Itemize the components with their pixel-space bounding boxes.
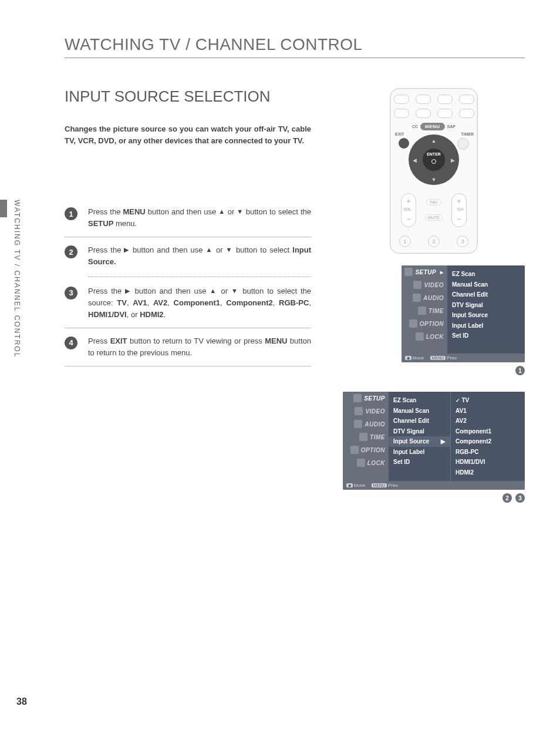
up-arrow-icon: ▲ xyxy=(210,287,217,294)
list-item: DTV Signal xyxy=(452,300,520,311)
t: or xyxy=(213,245,226,254)
t: MENU xyxy=(123,207,145,216)
num-3: 3 xyxy=(457,235,468,247)
t: or xyxy=(225,207,237,216)
t: Press the xyxy=(88,207,123,216)
num-1: 1 xyxy=(399,235,411,247)
left-arrow-icon: ◀ xyxy=(413,157,417,163)
t: RGB-PC xyxy=(279,298,309,307)
enter-label: ENTER xyxy=(427,152,441,156)
osd-nav-video: VIDEO xyxy=(402,278,447,291)
mute-button: MUTE xyxy=(425,214,443,221)
t: Component2 xyxy=(226,298,272,307)
t: button to return to TV viewing or press xyxy=(127,337,265,345)
down-arrow-icon: ▼ xyxy=(431,177,437,183)
osd-nav-time: TIME xyxy=(343,430,389,443)
reference-badge-1: 1 xyxy=(515,366,525,375)
list-item: Component1 xyxy=(456,426,520,437)
osd-nav-option: OPTION xyxy=(402,317,447,330)
list-item: Input Source xyxy=(452,310,520,321)
t: Press the xyxy=(88,245,124,254)
right-arrow-icon: ▶ xyxy=(441,436,446,447)
step-4-text: Press EXIT button to return to TV viewin… xyxy=(88,335,311,359)
step-number-badge: 1 xyxy=(65,207,77,220)
enter-icon xyxy=(431,159,436,164)
osd-nav-setup: SETUP xyxy=(343,392,389,405)
exit-label: EXIT xyxy=(395,132,404,136)
vol-label: VOL xyxy=(403,207,411,211)
osd-nav-option: OPTION xyxy=(343,443,389,456)
list-item: Input Label xyxy=(393,447,446,457)
osd-footer: ◆Move MENUPrev. xyxy=(402,354,525,362)
sap-label: SAP xyxy=(447,124,456,129)
osd-setup-menu: SETUP ▸ VIDEO AUDIO TIME OPTION LOCK EZ … xyxy=(402,265,525,362)
t: EXIT xyxy=(110,337,127,345)
list-item: Manual Scan xyxy=(452,280,520,290)
down-arrow-icon: ▼ xyxy=(237,208,243,215)
steps-list: 1 Press the MENU button and then use ▲ o… xyxy=(65,199,311,366)
section-tab: WATCHING TV / CHANNEL CONTROL xyxy=(0,200,26,399)
list-item: DTV Signal xyxy=(393,426,446,437)
right-arrow-icon: ▶ xyxy=(124,246,129,253)
tab-label: WATCHING TV / CHANNEL CONTROL xyxy=(13,200,21,358)
osd-setup-list: EZ Scan Manual Scan Channel Edit DTV Sig… xyxy=(389,392,450,481)
list-item: Channel Edit xyxy=(452,290,520,300)
osd-nav-time: TIME xyxy=(402,304,447,317)
down-arrow-icon: ▼ xyxy=(231,287,239,294)
right-arrow-icon: ▶ xyxy=(451,157,455,163)
list-item-selected: Input Source ▶ xyxy=(389,436,450,447)
t: button to select xyxy=(233,245,292,254)
t: or xyxy=(218,287,231,295)
osd-nav: SETUP ▸ VIDEO AUDIO TIME OPTION LOCK xyxy=(402,265,447,354)
step-1-text: Press the MENU button and then use ▲ or … xyxy=(88,206,311,230)
lead-paragraph: Changes the picture source so you can wa… xyxy=(65,123,311,146)
fav-button: FAV xyxy=(427,199,441,206)
t: menu. xyxy=(113,219,137,228)
step-number-badge: 2 xyxy=(65,245,77,258)
osd-nav-setup: SETUP ▸ xyxy=(402,265,447,278)
list-item: EZ Scan xyxy=(393,395,446,406)
illustrations: CC MENU SAP EXIT TIMER ▲ ▼ ◀ ▶ ENTER +− … xyxy=(343,88,525,503)
osd-input-source: SETUP VIDEO AUDIO TIME OPTION LOCK EZ Sc… xyxy=(343,392,525,490)
remote-illustration: CC MENU SAP EXIT TIMER ▲ ▼ ◀ ▶ ENTER +− … xyxy=(390,88,478,254)
dotted-divider xyxy=(88,277,311,277)
reference-badge-2: 2 xyxy=(502,493,512,503)
osd-nav: SETUP VIDEO AUDIO TIME OPTION LOCK xyxy=(343,392,389,481)
timer-button xyxy=(457,138,469,150)
osd-nav-lock: LOCK xyxy=(402,330,447,343)
list-item: Component2 xyxy=(456,436,520,447)
t: SETUP xyxy=(88,219,113,228)
osd-footer: ◆Move MENUPrev. xyxy=(343,481,525,490)
step-2-text: Press the ▶ button and then use ▲ or ▼ b… xyxy=(88,244,311,268)
t: AV1 xyxy=(133,298,147,307)
t: HDMI2 xyxy=(140,310,163,319)
list-item: Set ID xyxy=(393,457,446,467)
t: button to select the xyxy=(244,207,311,216)
t: button and then use xyxy=(130,245,206,254)
t: TV xyxy=(117,298,127,307)
exit-button xyxy=(399,138,409,149)
list-item: Manual Scan xyxy=(393,406,446,416)
osd-setup-list: EZ Scan Manual Scan Channel Edit DTV Sig… xyxy=(447,265,525,354)
cc-label: CC xyxy=(412,124,418,129)
t: button and then use xyxy=(131,287,210,295)
reference-badge-3: 3 xyxy=(515,493,525,503)
up-arrow-icon: ▲ xyxy=(206,246,213,253)
t: HDMI1/DVI xyxy=(88,310,127,319)
t: Press xyxy=(88,337,110,345)
list-item: HDMI2 xyxy=(456,467,520,478)
step-number-badge: 4 xyxy=(65,337,77,349)
menu-button: MENU xyxy=(420,123,445,130)
list-item: Set ID xyxy=(452,331,520,341)
list-item: RGB-PC xyxy=(456,447,520,457)
down-arrow-icon: ▼ xyxy=(226,246,233,253)
t: Component1 xyxy=(174,298,220,307)
ch-label: CH xyxy=(457,207,463,211)
chapter-title: WATCHING TV / CHANNEL CONTROL xyxy=(65,35,525,54)
list-item: AV2 xyxy=(456,416,520,426)
divider xyxy=(65,58,525,58)
up-arrow-icon: ▲ xyxy=(218,208,225,215)
list-item: EZ Scan xyxy=(452,269,520,280)
step-1: 1 Press the MENU button and then use ▲ o… xyxy=(65,199,311,237)
t: button and then use xyxy=(146,207,218,216)
